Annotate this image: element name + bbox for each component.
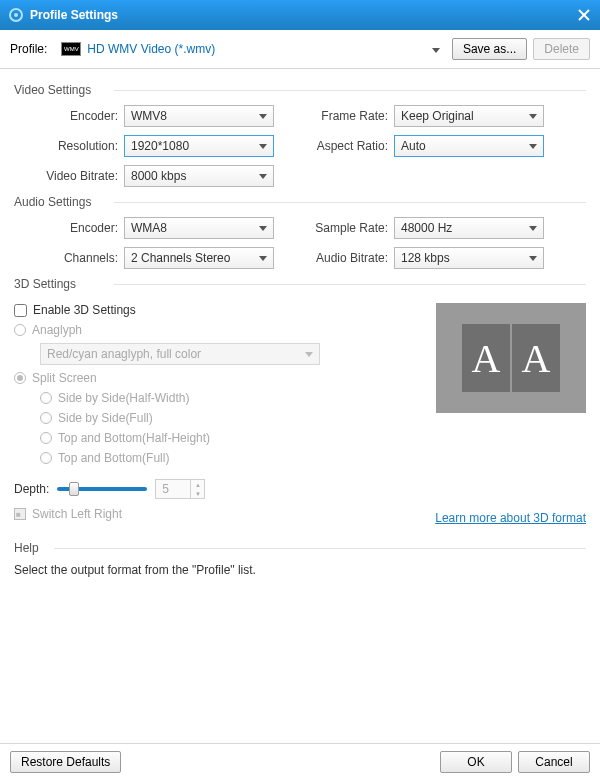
profile-value: HD WMV Video (*.wmv) xyxy=(87,42,215,56)
video-settings-section: Video Settings Encoder: WMV8 Frame Rate:… xyxy=(14,83,586,187)
depth-spinner: 5 ▲▼ xyxy=(155,479,205,499)
sample-rate-select[interactable]: 48000 Hz xyxy=(394,217,544,239)
audio-bitrate-label: Audio Bitrate: xyxy=(304,251,394,265)
depth-label: Depth: xyxy=(14,482,49,496)
sample-rate-label: Sample Rate: xyxy=(304,221,394,235)
profile-select[interactable]: WMV HD WMV Video (*.wmv) xyxy=(55,38,446,60)
video-encoder-select[interactable]: WMV8 xyxy=(124,105,274,127)
chevron-down-icon xyxy=(259,144,267,149)
channels-label: Channels: xyxy=(14,251,124,265)
enable-3d-checkbox[interactable]: Enable 3D Settings xyxy=(14,303,424,317)
radio-icon xyxy=(40,412,52,424)
anaglyph-mode-select: Red/cyan anaglyph, full color xyxy=(40,343,320,365)
frame-rate-select[interactable]: Keep Original xyxy=(394,105,544,127)
chevron-down-icon xyxy=(529,144,537,149)
resolution-label: Resolution: xyxy=(14,139,124,153)
audio-encoder-select[interactable]: WMA8 xyxy=(124,217,274,239)
aspect-ratio-select[interactable]: Auto xyxy=(394,135,544,157)
chevron-down-icon xyxy=(529,226,537,231)
tb-full-radio: Top and Bottom(Full) xyxy=(40,451,424,465)
audio-settings-section: Audio Settings Encoder: WMA8 Sample Rate… xyxy=(14,195,586,269)
video-settings-title: Video Settings xyxy=(14,83,586,97)
radio-icon xyxy=(14,372,26,384)
ok-button[interactable]: OK xyxy=(440,751,512,773)
help-text: Select the output format from the "Profi… xyxy=(14,563,586,577)
checkbox-icon xyxy=(14,508,26,520)
resolution-select[interactable]: 1920*1080 xyxy=(124,135,274,157)
frame-rate-label: Frame Rate: xyxy=(304,109,394,123)
slider-thumb[interactable] xyxy=(69,482,79,496)
radio-icon xyxy=(40,392,52,404)
wmv-format-icon: WMV xyxy=(61,42,81,56)
footer: Restore Defaults OK Cancel xyxy=(0,743,600,779)
radio-icon xyxy=(40,432,52,444)
enable-3d-input[interactable] xyxy=(14,304,27,317)
depth-slider[interactable] xyxy=(57,487,147,491)
svg-point-1 xyxy=(14,13,18,17)
channels-select[interactable]: 2 Channels Stereo xyxy=(124,247,274,269)
tb-half-radio: Top and Bottom(Half-Height) xyxy=(40,431,424,445)
app-icon xyxy=(8,7,24,23)
content-area: Video Settings Encoder: WMV8 Frame Rate:… xyxy=(0,69,600,743)
chevron-down-icon xyxy=(259,114,267,119)
audio-settings-title: Audio Settings xyxy=(14,195,586,209)
split-screen-radio: Split Screen xyxy=(14,371,424,385)
window-title: Profile Settings xyxy=(30,8,576,22)
learn-more-link[interactable]: Learn more about 3D format xyxy=(435,511,586,525)
svg-marker-4 xyxy=(432,48,440,53)
restore-defaults-button[interactable]: Restore Defaults xyxy=(10,751,121,773)
profile-row: Profile: WMV HD WMV Video (*.wmv) Save a… xyxy=(0,30,600,69)
sbs-full-radio: Side by Side(Full) xyxy=(40,411,424,425)
chevron-down-icon xyxy=(529,114,537,119)
chevron-down-icon xyxy=(432,42,440,56)
profile-label: Profile: xyxy=(10,42,47,56)
radio-icon xyxy=(40,452,52,464)
delete-button: Delete xyxy=(533,38,590,60)
audio-encoder-label: Encoder: xyxy=(14,221,124,235)
chevron-down-icon xyxy=(305,352,313,357)
save-as-button[interactable]: Save as... xyxy=(452,38,527,60)
aspect-ratio-label: Aspect Ratio: xyxy=(304,139,394,153)
help-title: Help xyxy=(14,541,586,555)
3d-preview: A A xyxy=(436,303,586,413)
3d-settings-title: 3D Settings xyxy=(14,277,586,291)
video-encoder-label: Encoder: xyxy=(14,109,124,123)
spin-down-icon: ▼ xyxy=(190,489,204,498)
titlebar: Profile Settings xyxy=(0,0,600,30)
radio-icon xyxy=(14,324,26,336)
3d-settings-section: 3D Settings Enable 3D Settings Anaglyph … xyxy=(14,277,586,533)
preview-right-a: A xyxy=(512,324,560,392)
depth-row: Depth: 5 ▲▼ xyxy=(14,479,586,499)
chevron-down-icon xyxy=(529,256,537,261)
help-section: Help Select the output format from the "… xyxy=(14,541,586,577)
sbs-half-radio: Side by Side(Half-Width) xyxy=(40,391,424,405)
cancel-button[interactable]: Cancel xyxy=(518,751,590,773)
spin-up-icon: ▲ xyxy=(190,480,204,489)
chevron-down-icon xyxy=(259,226,267,231)
video-bitrate-label: Video Bitrate: xyxy=(14,169,124,183)
video-bitrate-select[interactable]: 8000 kbps xyxy=(124,165,274,187)
close-icon[interactable] xyxy=(576,7,592,23)
audio-bitrate-select[interactable]: 128 kbps xyxy=(394,247,544,269)
anaglyph-radio: Anaglyph xyxy=(14,323,424,337)
preview-left-a: A xyxy=(462,324,510,392)
chevron-down-icon xyxy=(259,256,267,261)
chevron-down-icon xyxy=(259,174,267,179)
